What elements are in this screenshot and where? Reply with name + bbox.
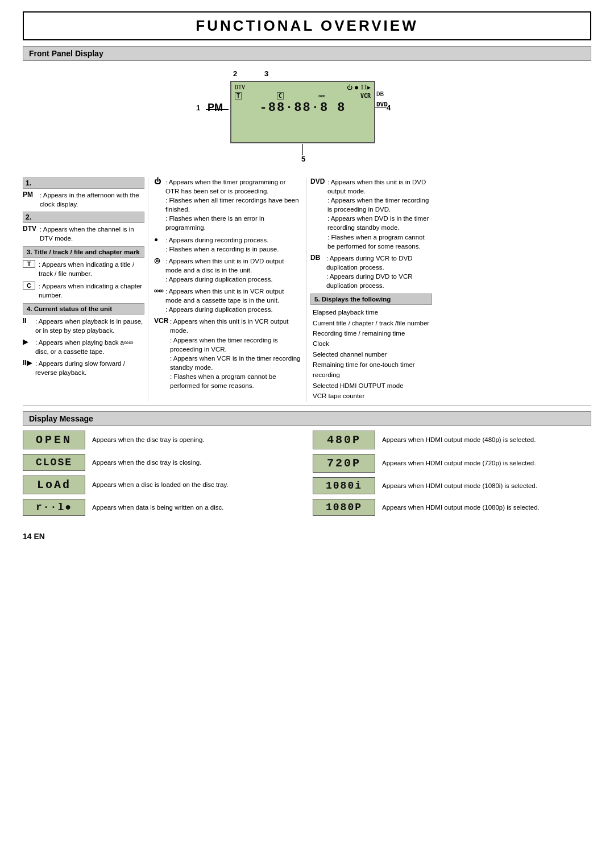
msg-1080i-lcd: 1080i: [313, 477, 375, 494]
diagram-label-3: 3: [264, 69, 268, 78]
msg-rec-lcd: r··l●: [23, 499, 85, 516]
lcd-T-icon: T: [235, 92, 242, 100]
msg-720p-text: Appears when HDMI output mode (720p) is …: [382, 458, 536, 468]
vcr-symbol: VCR: [154, 317, 170, 325]
msg-720p-lcd: 720P: [313, 454, 375, 473]
page-title: FUNCTIONAL OVERVIEW: [23, 11, 591, 40]
sec5-item-1: Elapsed playback time: [313, 307, 432, 317]
diagram-label-5: 5: [301, 155, 305, 163]
sec5-item-5: Selected channel number: [313, 349, 432, 359]
front-panel-section-header: Front Panel Display: [23, 46, 591, 61]
lcd-dtv-indicator: DTV: [235, 84, 245, 90]
msg-480p-row: 480P Appears when HDMI output mode (480p…: [313, 431, 591, 449]
msg-load-text: Appears when a disc is loaded on the dis…: [92, 480, 229, 489]
vcr-entry: VCR : Appears when this unit is in VCR o…: [154, 317, 301, 390]
vcr-mode-entry: ∞∞ : Appears when this unit is in VCR ou…: [154, 287, 301, 314]
sec5-item-7: Selected HDMI OUTPUT mode: [313, 381, 432, 391]
display-diagram: 2 3 1 4 5 PM DTV ⏻ ● II▶ T C ∞∞: [23, 67, 591, 166]
msg-load-row: LoAd Appears when a disc is loaded on th…: [23, 476, 301, 494]
vcr-mode-description: : Appears when this unit is in VCR outpu…: [165, 287, 301, 314]
msg-480p-text: Appears when HDMI output mode (480p) is …: [382, 435, 536, 444]
msg-480p-lcd: 480P: [313, 431, 375, 449]
play-entry: ▶ : Appears when playing back a∞∞ disc, …: [23, 338, 144, 356]
C-symbol: C: [23, 282, 35, 290]
sec4-header: 4. Current status of the unit: [23, 303, 144, 315]
msg-open-row: OPEN Appears when the disc tray is openi…: [23, 431, 301, 449]
sec5-item-3: Recording time / remaining time: [313, 328, 432, 338]
msg-1080i-text: Appears when HDMI output mode (1080i) is…: [382, 481, 537, 490]
T-entry: T : Appears when indicating a title / tr…: [23, 260, 144, 278]
msg-open-lcd: OPEN: [23, 431, 85, 449]
C-description: : Appears when indicating a chapter numb…: [39, 282, 144, 300]
msg-1080i-row: 1080i Appears when HDMI output mode (108…: [313, 477, 591, 494]
display-message-header: Display Message: [23, 411, 591, 426]
lcd-icons-row: ⏻ ● II▶: [347, 84, 371, 90]
rec-entry: ● : Appears during recording process. : …: [154, 235, 301, 254]
pause-entry: II : Appears when playback is in pause, …: [23, 317, 144, 335]
msg-1080p-row: 1080P Appears when HDMI output mode (108…: [313, 499, 591, 516]
main-content-grid: 1. PM : Appears in the afternoon with th…: [23, 177, 591, 402]
lcd-oo-icon: ∞∞: [318, 93, 325, 99]
lcd-vcr-label: VCR: [360, 93, 371, 99]
dvd-symbol: DVD: [310, 177, 327, 185]
timer-entry: ⏻ : Appears when the timer programming o…: [154, 177, 301, 233]
db-description: : Appears during VCR to DVD duplication …: [326, 254, 432, 290]
timer-description: : Appears when the timer programming or …: [165, 177, 301, 233]
msg-720p-row: 720P Appears when HDMI output mode (720p…: [313, 454, 591, 473]
sec5-item-8: VCR tape counter: [313, 391, 432, 401]
diagram-label-2: 2: [233, 69, 237, 78]
T-description: : Appears when indicating a title / trac…: [39, 260, 144, 278]
pause-symbol: II: [23, 317, 35, 325]
dvd-description: : Appears when this unit is in DVD outpu…: [327, 177, 432, 251]
display-msg-left: OPEN Appears when the disc tray is openi…: [23, 431, 301, 520]
C-entry: C : Appears when indicating a chapter nu…: [23, 282, 144, 300]
timer-symbol: ⏻: [154, 177, 165, 185]
msg-close-lcd: CLOSE: [23, 454, 85, 471]
column-1: 1. PM : Appears in the afternoon with th…: [23, 177, 148, 402]
pm-description: : Appears in the afternoon with the cloc…: [40, 191, 144, 209]
db-symbol: DB: [310, 254, 326, 262]
lcd-C-icon: C: [277, 92, 284, 100]
slowfwd-symbol: II▶: [23, 359, 35, 367]
sec3-header: 3. Title / track / file and chapter mark: [23, 246, 144, 258]
msg-rec-row: r··l● Appears when data is being written…: [23, 499, 301, 516]
column-2: ⏻ : Appears when the timer programming o…: [148, 177, 307, 402]
disc-entry: ◎ : Appears when this unit is in DVD out…: [154, 257, 301, 284]
dtv-symbol: DTV: [23, 225, 40, 233]
diagram-label-1: 1: [196, 104, 200, 112]
rec-description: : Appears during recording process. : Fl…: [165, 235, 279, 254]
num1-header: 1.: [23, 177, 144, 189]
T-symbol: T: [23, 260, 35, 268]
slowfwd-description: : Appears during slow forward / reverse …: [35, 359, 144, 377]
slowfwd-entry: II▶ : Appears during slow forward / reve…: [23, 359, 144, 377]
dtv-description: : Appears when the channel is in DTV mod…: [40, 225, 144, 243]
display-message-grid: OPEN Appears when the disc tray is openi…: [23, 431, 591, 520]
msg-load-lcd: LoAd: [23, 476, 85, 494]
sec5-item-4: Clock: [313, 338, 432, 349]
page-footer: 14 EN: [23, 532, 591, 541]
msg-close-row: CLOSE Appears when the disc tray is clos…: [23, 454, 301, 471]
dtv-entry: DTV : Appears when the channel is in DTV…: [23, 225, 144, 243]
msg-close-text: Appears when the disc tray is closing.: [92, 458, 201, 467]
db-entry: DB : Appears during VCR to DVD duplicati…: [310, 254, 432, 290]
disc-description: : Appears when this unit is in DVD outpu…: [165, 257, 301, 284]
dvd-entry: DVD : Appears when this unit is in DVD o…: [310, 177, 432, 251]
msg-1080p-lcd: 1080P: [313, 499, 375, 516]
play-symbol: ▶: [23, 338, 35, 346]
num2-header: 2.: [23, 212, 144, 223]
sec5-header: 5. Displays the following: [310, 294, 432, 305]
display-message-section: Display Message OPEN Appears when the di…: [23, 411, 591, 520]
lcd-display-box: DTV ⏻ ● II▶ T C ∞∞ VCR -88·88·8 8: [230, 81, 375, 143]
msg-rec-text: Appears when data is being written on a …: [92, 503, 223, 512]
lcd-db-dvd-labels: DB DVD: [376, 89, 388, 109]
pm-symbol: PM: [23, 191, 40, 199]
pm-entry: PM : Appears in the afternoon with the c…: [23, 191, 144, 209]
vcr-mode-symbol: ∞∞: [154, 287, 165, 295]
msg-open-text: Appears when the disc tray is opening.: [92, 435, 205, 444]
disc-symbol: ◎: [154, 257, 165, 264]
display-msg-right: 480P Appears when HDMI output mode (480p…: [313, 431, 591, 520]
rec-symbol: ●: [154, 235, 165, 243]
column-3: DVD : Appears when this unit is in DVD o…: [307, 177, 432, 402]
divider: [23, 405, 591, 406]
sec5-item-6: Remaining time for one-touch timer recor…: [313, 359, 432, 381]
